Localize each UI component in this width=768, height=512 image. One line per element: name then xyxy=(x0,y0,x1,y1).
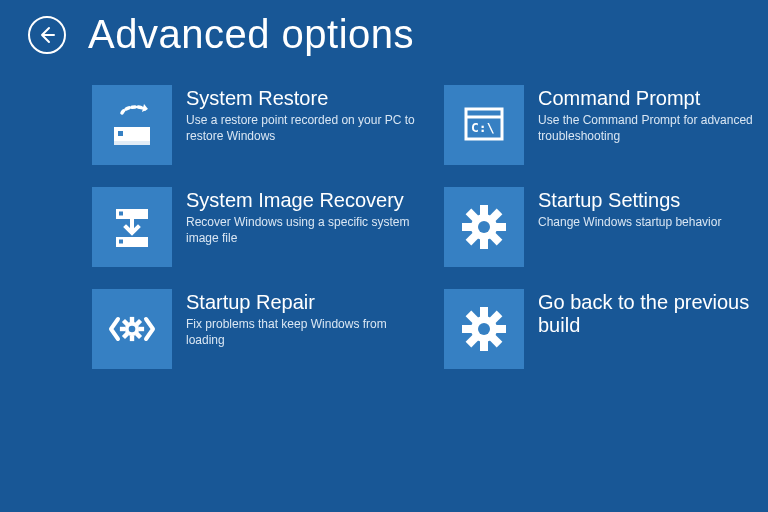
tile-desc: Fix problems that keep Windows from load… xyxy=(186,317,416,348)
svg-rect-32 xyxy=(462,325,472,333)
svg-point-19 xyxy=(478,221,490,233)
svg-rect-23 xyxy=(139,327,145,331)
tile-title: Command Prompt xyxy=(538,87,768,110)
svg-rect-11 xyxy=(480,239,488,249)
svg-rect-12 xyxy=(462,223,472,231)
gear-icon xyxy=(444,289,524,369)
svg-rect-9 xyxy=(119,240,123,244)
tile-title: System Restore xyxy=(186,87,416,110)
tile-startup-repair[interactable]: Startup Repair Fix problems that keep Wi… xyxy=(92,289,422,369)
svg-rect-1 xyxy=(114,141,150,145)
svg-rect-13 xyxy=(496,223,506,231)
tile-system-image-recovery[interactable]: System Image Recovery Recover Windows us… xyxy=(92,187,422,267)
tile-title: Startup Repair xyxy=(186,291,416,314)
tile-desc: Recover Windows using a specific system … xyxy=(186,215,416,246)
svg-rect-31 xyxy=(480,341,488,351)
arrow-left-icon xyxy=(37,25,57,45)
svg-rect-33 xyxy=(496,325,506,333)
tile-startup-settings[interactable]: Startup Settings Change Windows startup … xyxy=(444,187,768,267)
system-image-recovery-icon xyxy=(92,187,172,267)
svg-text:C:\: C:\ xyxy=(471,120,495,135)
tile-desc: Use a restore point recorded on your PC … xyxy=(186,113,416,144)
startup-repair-icon xyxy=(92,289,172,369)
system-restore-icon xyxy=(92,85,172,165)
svg-rect-10 xyxy=(480,205,488,215)
tile-title: Startup Settings xyxy=(538,189,721,212)
back-button[interactable] xyxy=(28,16,66,54)
svg-rect-30 xyxy=(480,307,488,317)
tile-go-back-previous-build[interactable]: Go back to the previous build xyxy=(444,289,768,369)
tile-system-restore[interactable]: System Restore Use a restore point recor… xyxy=(92,85,422,165)
tile-title: Go back to the previous build xyxy=(538,291,768,337)
command-prompt-icon: C:\ xyxy=(444,85,524,165)
options-grid: System Restore Use a restore point recor… xyxy=(0,57,768,369)
svg-rect-7 xyxy=(119,212,123,216)
svg-rect-2 xyxy=(118,131,123,136)
svg-point-29 xyxy=(129,326,136,333)
tile-desc: Change Windows startup behavior xyxy=(538,215,721,231)
svg-rect-20 xyxy=(130,317,134,323)
svg-rect-21 xyxy=(130,336,134,342)
svg-point-39 xyxy=(478,323,490,335)
page-title: Advanced options xyxy=(88,12,414,57)
tile-desc: Use the Command Prompt for advanced trou… xyxy=(538,113,768,144)
tile-command-prompt[interactable]: C:\ Command Prompt Use the Command Promp… xyxy=(444,85,768,165)
gear-icon xyxy=(444,187,524,267)
tile-title: System Image Recovery xyxy=(186,189,416,212)
svg-rect-22 xyxy=(120,327,126,331)
